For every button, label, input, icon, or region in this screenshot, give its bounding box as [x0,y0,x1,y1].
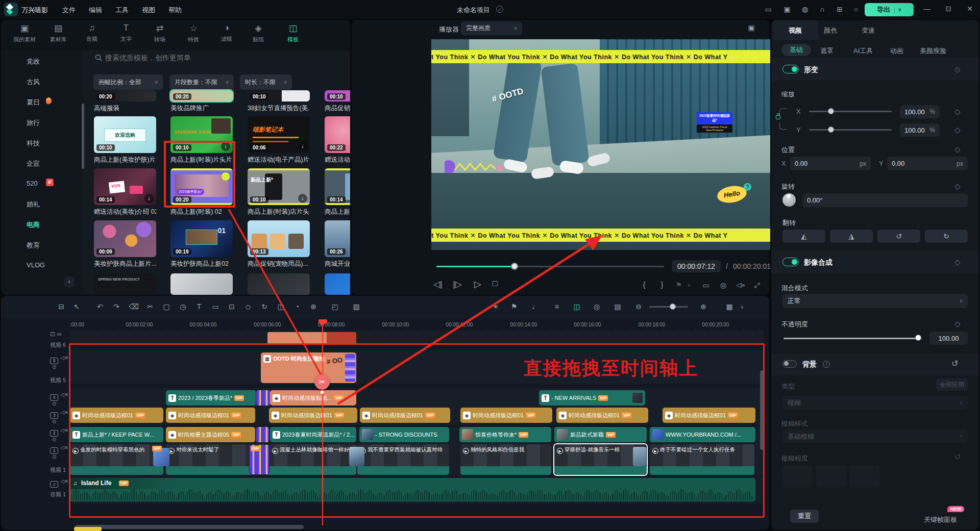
clip-text[interactable]: 新品款式新颖VIP [554,427,647,442]
zoom-in-icon[interactable]: ⊕ [698,302,708,311]
compositing-toggle[interactable] [782,258,799,266]
menu-edit[interactable]: 编辑 [89,6,102,15]
sidebar-item-education[interactable]: 教育 [27,241,40,250]
timer-icon[interactable]: ◔ [292,302,302,311]
sidebar-item-wedding[interactable]: 婚礼 [27,200,40,209]
next-frame-button[interactable]: |▷ [451,279,463,290]
pan-zoom-icon[interactable]: ◰ [330,302,340,311]
keyframe-panel-button[interactable]: 关键帧面板 [924,515,957,524]
sidebar-item-ancient[interactable]: 古风 [27,78,40,87]
transition-clip[interactable] [256,427,269,442]
stop-button[interactable]: □ [489,279,501,289]
timeline-hscrollbar[interactable] [75,525,304,529]
audio-clip[interactable]: ♫ Island Life VIP [70,478,755,501]
sidebar-item-travel[interactable]: 旅行 [27,118,40,128]
playhead-line[interactable] [322,323,323,525]
delete-icon[interactable]: ⌫ [129,302,139,311]
download-icon[interactable]: ↓ [221,142,230,151]
pip-overlay-thumb[interactable]: VIP [153,448,169,466]
export-button[interactable]: 导出˅ [865,3,914,16]
opacity-slider[interactable] [783,338,921,339]
track-header-v3[interactable]: 3◁✕⊙ [50,410,69,428]
position-y-input[interactable]: 0.00px [887,157,968,170]
clip-text[interactable]: T2023 / 2023春季新品*VIP [166,390,256,406]
rotate-ccw-button[interactable]: ↺ [877,230,920,243]
pip-icon[interactable]: ▤ [612,302,623,311]
fullscreen-icon[interactable]: ⤢ [752,281,762,290]
video-preview[interactable]: t You Think ✕ Do What You Think ✕ Do Wha… [431,39,770,250]
template-card[interactable]: 00:10商品促销(时装)... [325,90,350,113]
lock-icon[interactable] [776,115,780,119]
keyframe-diamond-icon[interactable]: ◇ [954,65,961,74]
template-card[interactable]: VIVIENNE FASHION00:10↓ 商品上新(时装)片头片... [170,116,233,164]
background-reset-icon[interactable]: ↺ [951,359,958,368]
keyframe-diamond-icon[interactable]: ◇ [954,107,961,116]
display-device-icon[interactable]: ▭ [701,281,710,289]
clip-text[interactable]: T2023春夏时尚潮流新品* / 2... [270,427,356,442]
rotate-value[interactable]: 0.00° [802,193,968,207]
template-card[interactable]: ¥32800:14↓ 赠送活动(美妆)介绍 02 [94,168,156,216]
template-card[interactable]: 00:1038妇女节直播预告(美... [248,90,310,113]
subtab-mask[interactable]: 遮罩 [820,46,834,56]
redo-icon[interactable]: ↷ [111,302,121,311]
stabilize-icon[interactable]: ▧ [351,302,361,311]
template-card[interactable]: 喵影笔记本00:06↓ 赠送活动(电子产品)片... [248,116,310,164]
sidebar-item-promo[interactable]: 企宣 [27,159,40,168]
clip-border-frame[interactable]: ◈时尚动感排版边框01VIP [460,408,552,423]
split-screen-icon[interactable]: ◫ [572,302,582,311]
template-card[interactable]: 00:20高端服装 [94,90,156,113]
template-card[interactable]: 2023春季新品*00:20 商品上新(时装) 02 [170,168,233,216]
sidebar-item-tech[interactable]: 科技 [27,139,40,148]
template-card[interactable] [170,273,233,295]
blur-style-dropdown[interactable]: 基础模糊˅ [782,429,968,443]
transition-clip[interactable]: VIP [250,445,269,474]
subtab-animation[interactable]: 动画 [890,46,903,56]
tab-templates[interactable]: ◫模板 [279,23,307,43]
track-height-icon[interactable]: ▦ [724,302,734,311]
template-card[interactable]: 00:20美妆品牌推广 [170,90,233,113]
auto-reframe-icon[interactable]: ⊕ [308,302,318,311]
template-card[interactable]: 商城开业00:26 商城开业预告 [325,220,350,268]
blur-reset-icon[interactable]: ↺ [954,452,961,462]
video-clip[interactable]: ▶终于不要错过一个女人执行任务 [650,444,754,475]
scale-x-handle[interactable] [828,108,834,114]
split-icon[interactable]: ✂ [145,302,155,311]
clip-sticker[interactable]: ◈时尚动感排版贴纸...VIP [270,390,356,406]
clip-text[interactable]: WWW.YOURBRAND.COM /... [650,427,755,442]
crop-icon[interactable]: ▢ [161,302,172,311]
undo-icon[interactable]: ↶ [95,302,105,311]
opacity-value[interactable]: 100.00 [929,332,968,345]
clip-text[interactable]: T新品上新* / KEEP PACE W... [70,427,163,442]
scale-x-slider[interactable] [809,111,892,112]
menu-file[interactable]: 文件 [62,6,76,15]
loop-icon[interactable]: ↻ [259,302,270,311]
apply-all-button[interactable]: 全部应用 [936,378,968,391]
tab-audio[interactable]: ♫音频 [79,23,105,43]
track-manager-icon[interactable]: ⊟ [56,302,66,311]
mark-in-icon[interactable]: { [640,281,648,289]
keyframe-diamond-icon[interactable]: ◇ [954,258,961,267]
flip-horizontal-button[interactable]: ◭ [782,230,825,243]
playhead-cap[interactable] [318,319,327,323]
tab-my-media[interactable]: ▣我的素材 [10,23,39,43]
freeze-frame-icon[interactable]: ◫ [276,302,286,311]
tab-stickers[interactable]: ◈贴纸 [246,23,271,43]
template-card[interactable]: 00:13 商品促销(宠物用品)... [248,220,310,268]
timeline-zoom-handle[interactable] [670,304,676,310]
scale-x-value[interactable]: 100.00% [900,105,940,118]
opacity-handle[interactable] [915,335,921,341]
menu-help[interactable]: 帮助 [168,6,182,15]
template-card[interactable]: 00:14 商品上新(时装... [325,168,350,216]
clip-border-frame[interactable]: ◈时尚动感排版边框01VIP [556,408,648,423]
sidebar-item-520[interactable]: 520 [27,180,38,187]
clip-border-frame[interactable]: ◈时尚动感排版边框01VIP [360,408,450,423]
download-icon[interactable]: ↓ [298,142,307,151]
template-card[interactable] [325,273,350,295]
save-icon[interactable]: ▣ [782,5,792,13]
track-header-v1[interactable]: 1◁✕⊙视频 1 [50,445,69,474]
speed-icon[interactable]: ◷ [178,302,188,311]
workspace-icon[interactable]: ⊞ [835,5,844,13]
track-header-v6[interactable]: ⊡∞视频 6 [50,331,69,349]
tab-filters[interactable]: ◑滤镜 [214,23,239,43]
video-clip[interactable]: ▶对你来说太时髦了 [166,444,258,475]
